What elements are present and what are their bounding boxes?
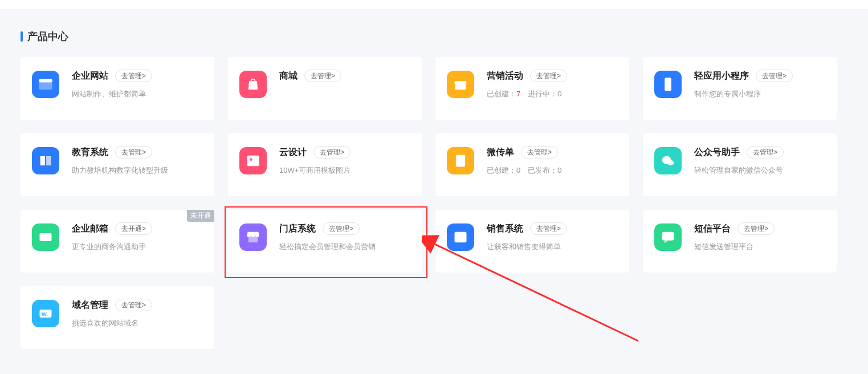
svg-rect-24 — [460, 237, 464, 238]
svg-rect-17 — [40, 233, 52, 241]
product-card-miniapp[interactable]: 轻应用小程序去管理>制作您的专属小程序 — [643, 57, 837, 120]
card-title: 企业邮箱 — [72, 223, 108, 235]
svg-rect-20 — [457, 234, 459, 235]
card-title: 销售系统 — [487, 223, 523, 235]
card-title: 企业网站 — [72, 70, 108, 82]
product-card-mall[interactable]: 商城去管理> — [228, 57, 422, 120]
status-badge: 未开通 — [187, 210, 214, 222]
svg-rect-23 — [460, 234, 464, 235]
svg-text:W.: W. — [42, 311, 48, 317]
svg-point-8 — [669, 79, 671, 82]
card-title: 营销活动 — [487, 70, 523, 82]
section-title: 产品中心 — [21, 30, 68, 43]
card-desc: 10W+可商用模板图片 — [279, 165, 410, 176]
card-desc: 网站制作、维护都简单 — [72, 89, 203, 99]
svg-rect-12 — [458, 157, 463, 158]
card-desc: 助力教培机构数字化转型升级 — [72, 165, 203, 176]
phone-icon — [654, 71, 682, 98]
list-icon — [447, 223, 474, 251]
card-desc: 短信发送管理平台 — [694, 242, 825, 252]
product-card-edu[interactable]: 教育系统去管理>助力教培机构数字化转型升级 — [21, 133, 214, 196]
card-title: 轻应用小程序 — [694, 70, 749, 82]
svg-rect-13 — [458, 160, 463, 161]
manage-button[interactable]: 去管理> — [530, 70, 567, 82]
image-icon — [239, 147, 267, 174]
card-title: 商城 — [279, 70, 298, 82]
card-desc: 轻松管理自家的微信公众号 — [694, 165, 825, 176]
svg-point-16 — [667, 160, 674, 165]
product-card-wx[interactable]: 公众号助手去管理>轻松管理自家的微信公众号 — [643, 133, 837, 196]
svg-rect-21 — [457, 237, 459, 238]
manage-button[interactable]: 去管理> — [115, 299, 152, 311]
product-card-design[interactable]: 云设计去管理>10W+可商用模板图片 — [228, 133, 422, 196]
card-title: 公众号助手 — [694, 147, 740, 158]
card-title: 教育系统 — [72, 147, 108, 158]
wechat-icon — [654, 147, 682, 174]
product-card-website[interactable]: 企业网站去管理>网站制作、维护都简单 — [21, 57, 214, 120]
gift-icon — [447, 71, 474, 98]
product-card-flyer[interactable]: 微传单去管理>已创建：0 已发布：0 — [435, 133, 629, 196]
card-title: 门店系统 — [279, 223, 316, 235]
svg-rect-14 — [458, 163, 461, 164]
product-card-marketing[interactable]: 营销活动去管理>已创建：7 进行中：0 — [435, 57, 629, 120]
card-desc: 已创建：0 已发布：0 — [487, 165, 618, 176]
product-card-sales[interactable]: 销售系统去管理>让获客和销售变得简单 — [435, 210, 629, 273]
bag-icon — [239, 71, 267, 98]
product-card-store[interactable]: 门店系统去管理>轻松搞定会员管理和会员营销 — [228, 210, 422, 273]
manage-button[interactable]: 去管理> — [756, 70, 793, 82]
manage-button[interactable]: 去管理> — [313, 146, 351, 158]
svg-point-2 — [40, 80, 42, 82]
card-desc: 已创建：7 进行中：0 — [487, 89, 618, 99]
card-desc: 制作您的专属小程序 — [694, 89, 825, 99]
card-title: 域名管理 — [72, 299, 108, 311]
shop-icon — [239, 223, 267, 251]
card-desc: 轻松搞定会员管理和会员营销 — [279, 242, 410, 252]
domain-icon: W. — [32, 300, 59, 327]
svg-rect-25 — [460, 240, 464, 241]
product-card-domain[interactable]: W.域名管理去管理>挑选喜欢的网站域名 — [21, 286, 214, 349]
svg-rect-18 — [248, 237, 258, 242]
svg-rect-26 — [662, 232, 674, 241]
manage-button[interactable]: 去管理> — [323, 222, 360, 235]
top-white-strip — [0, 0, 868, 9]
manage-button[interactable]: 去开通> — [115, 222, 152, 235]
svg-rect-22 — [457, 240, 459, 241]
card-title: 云设计 — [279, 147, 307, 158]
card-title: 微传单 — [487, 147, 514, 158]
product-grid: 企业网站去管理>网站制作、维护都简单商城去管理>营销活动去管理>已创建：7 进行… — [21, 57, 850, 363]
manage-button[interactable]: 去管理> — [115, 70, 152, 82]
browser-icon — [32, 71, 59, 98]
svg-rect-6 — [460, 81, 461, 90]
file-icon — [447, 147, 474, 174]
manage-button[interactable]: 去管理> — [747, 146, 784, 158]
card-desc: 挑选喜欢的网站域名 — [72, 318, 203, 328]
svg-point-3 — [42, 80, 43, 82]
card-desc: 更专业的商务沟通助手 — [72, 242, 203, 252]
svg-point-10 — [250, 158, 252, 161]
manage-button[interactable]: 去管理> — [521, 146, 558, 158]
manage-button[interactable]: 去管理> — [530, 222, 567, 235]
manage-button[interactable]: 去管理> — [115, 146, 152, 158]
card-title: 短信平台 — [694, 223, 731, 235]
product-card-sms[interactable]: 短信平台去管理>短信发送管理平台 — [643, 210, 837, 273]
manage-button[interactable]: 去管理> — [304, 70, 341, 82]
manage-button[interactable]: 去管理> — [737, 222, 775, 235]
book-icon — [32, 147, 59, 174]
mail-icon — [32, 223, 59, 251]
chat-icon — [654, 223, 682, 251]
product-card-mail[interactable]: 企业邮箱去开通>更专业的商务沟通助手未开通 — [21, 210, 214, 273]
card-desc: 让获客和销售变得简单 — [487, 242, 618, 252]
